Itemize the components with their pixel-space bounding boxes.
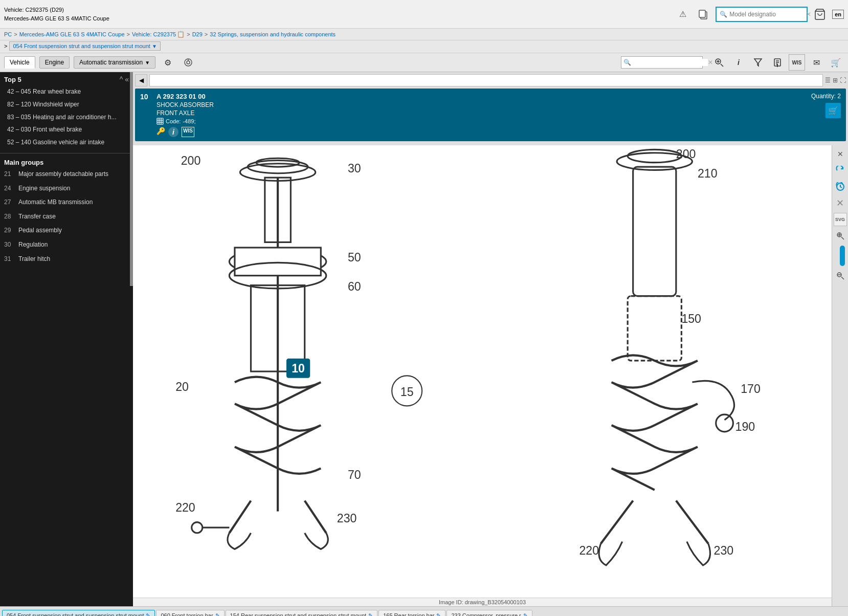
part-qty-block: Quantity: 2 🛒	[811, 93, 841, 118]
group-label-29: Pedal assembly	[18, 227, 62, 235]
bottom-tab-3[interactable]: 165 Rear torsion bar✎	[378, 610, 445, 617]
settings-icon[interactable]: ⚙	[160, 54, 176, 71]
top5-item-4[interactable]: 42 – 030 Front wheel brake	[4, 123, 129, 136]
list-view-icon[interactable]: ☰	[825, 77, 831, 84]
collapse-icon[interactable]: ^	[120, 75, 123, 83]
close-right-panel[interactable]: ✕	[834, 147, 847, 161]
toolbar-search-input[interactable]	[631, 59, 708, 66]
cross-icon[interactable]: ✕	[834, 196, 847, 210]
sidebar-group-29[interactable]: 29Pedal assembly	[0, 224, 133, 238]
group-label-27: Automatic MB transmission	[18, 199, 93, 207]
edit-icon-3[interactable]: ✎	[436, 612, 441, 617]
top-header: Vehicle: C292375 (D29) Mercedes-AMG GLE …	[0, 0, 848, 29]
parts-header-bar	[149, 74, 823, 86]
part-name: SHOCK ABSORBER	[157, 101, 807, 108]
key-icon[interactable]: 🔑	[157, 127, 165, 137]
wis-icon[interactable]: WIS	[789, 54, 805, 71]
model-search-input[interactable]	[729, 11, 806, 18]
sidebar-group-27[interactable]: 27Automatic MB transmission	[0, 195, 133, 210]
right-icon-bar: ✕ ✕ SVG	[832, 145, 848, 606]
bottom-tab-0[interactable]: 054 Front suspension strut and suspensio…	[2, 610, 155, 617]
svg-text:150: 150	[681, 312, 701, 325]
svg-point-30	[192, 522, 203, 533]
bottom-tab-1[interactable]: 060 Front torsion bar✎	[156, 610, 224, 617]
wis-part-icon[interactable]: WIS	[182, 127, 194, 137]
sidebar-group-30[interactable]: 30Regulation	[0, 238, 133, 252]
refresh-icon[interactable]	[834, 164, 847, 177]
sidebar-group-24[interactable]: 24Engine suspension	[0, 182, 133, 196]
bc-d29[interactable]: D29	[192, 31, 203, 37]
zoom-in-icon[interactable]	[711, 54, 727, 71]
parts-list-header: ◀ ☰ ⊞ ⛶	[135, 74, 846, 86]
bc-sub[interactable]: 054 Front suspension strut and suspensio…	[9, 41, 160, 51]
callout-10-text: 10	[292, 362, 305, 375]
code-value: -489;	[183, 118, 195, 124]
info-part-icon[interactable]: i	[168, 127, 178, 137]
svg-text:170: 170	[741, 382, 761, 395]
fullscreen-icon[interactable]: ⛶	[840, 77, 846, 84]
add-cart-icon[interactable]	[812, 6, 828, 23]
zoom-in-diagram[interactable]	[834, 229, 847, 243]
sidebar-group-28[interactable]: 28Transfer case	[0, 210, 133, 224]
svg-line-49	[841, 277, 844, 279]
tab-vehicle-label: Vehicle	[10, 59, 30, 66]
secondary-toolbar: Vehicle Engine Automatic transmission ▼ …	[0, 53, 848, 72]
top5-item-3[interactable]: 83 – 035 Heating and air conditioner h..…	[4, 111, 129, 124]
top5-item-2[interactable]: 82 – 120 Windshield wiper	[4, 98, 129, 111]
doc-icon[interactable]: i	[769, 54, 786, 71]
label-230: 230	[337, 512, 357, 525]
add-to-cart-btn[interactable]: 🛒	[825, 103, 841, 118]
bottom-tab-4[interactable]: 233 Compressor, pressure r✎	[447, 610, 532, 617]
zoom-out-diagram[interactable]	[834, 269, 847, 282]
filter-icon2[interactable]	[180, 54, 196, 71]
warning-icon[interactable]: ⚠	[675, 6, 691, 23]
language-badge[interactable]: en	[832, 10, 844, 19]
svg-point-25	[256, 158, 299, 167]
mail-icon[interactable]: ✉	[808, 54, 824, 71]
bottom-tab-label-3: 165 Rear torsion bar	[383, 612, 434, 616]
edit-icon-2[interactable]: ✎	[368, 612, 373, 617]
history-icon[interactable]	[834, 180, 847, 193]
tab-transmission-label: Automatic transmission	[79, 59, 143, 66]
tab-vehicle[interactable]: Vehicle	[4, 56, 35, 69]
svg-export-icon[interactable]: SVG	[834, 213, 847, 226]
top5-item-1[interactable]: 42 – 045 Rear wheel brake	[4, 85, 129, 98]
svg-point-38	[716, 414, 733, 432]
callout-15-text: 15	[400, 385, 414, 399]
svg-text:220: 220	[579, 544, 599, 557]
edit-icon-0[interactable]: ✎	[146, 612, 150, 617]
clear-search-icon[interactable]: ✕	[806, 11, 811, 18]
tab-engine[interactable]: Engine	[39, 56, 70, 69]
minimize-icon[interactable]: «	[125, 75, 129, 83]
label-30: 30	[348, 162, 361, 175]
edit-icon-4[interactable]: ✎	[523, 612, 528, 617]
bc-vehicle[interactable]: Vehicle: C292375	[132, 31, 176, 37]
svg-line-7	[721, 64, 723, 67]
group-num-31: 31	[4, 255, 14, 263]
top5-header: Top 5 ^ «	[4, 75, 129, 83]
toolbar-search-box[interactable]: 🔍 ✕	[621, 56, 703, 69]
edit-icon-1[interactable]: ✎	[215, 612, 220, 617]
info-icon[interactable]: i	[730, 54, 747, 71]
svg-rect-1	[699, 10, 705, 17]
cart-icon-toolbar[interactable]: 🛒	[828, 54, 844, 71]
group-num-28: 28	[4, 213, 14, 221]
top5-item-5[interactable]: 52 – 140 Gasoline vehicle air intake	[4, 136, 129, 149]
parts-nav-left[interactable]: ◀	[135, 74, 147, 86]
label-20: 20	[175, 380, 189, 393]
bc-model[interactable]: Mercedes-AMG GLE 63 S 4MATIC Coupe	[19, 31, 125, 37]
search-icon-toolbar: 🔍	[623, 59, 631, 66]
bc-copy-icon[interactable]: 📋	[177, 31, 185, 38]
bc-category[interactable]: 32 Springs, suspension and hydraulic com…	[210, 31, 336, 37]
tab-transmission[interactable]: Automatic transmission ▼	[74, 56, 155, 69]
copy-icon[interactable]	[695, 6, 711, 23]
bc-pc[interactable]: PC	[4, 31, 12, 37]
toolbar-right: 🔍 ✕	[621, 56, 703, 69]
bottom-tab-2[interactable]: 154 Rear suspension strut and suspension…	[226, 610, 378, 617]
sidebar-group-31[interactable]: 31Trailer hitch	[0, 252, 133, 267]
model-search-box[interactable]: 🔍 ✕	[716, 7, 808, 22]
grid-view-icon[interactable]: ⊞	[833, 77, 838, 84]
sidebar-group-21[interactable]: 21Major assembly detachable parts	[0, 167, 133, 182]
filter-icon[interactable]	[750, 54, 766, 71]
diagram-container: 200 30 50 60 20 70 220 230 10 15	[133, 145, 832, 598]
